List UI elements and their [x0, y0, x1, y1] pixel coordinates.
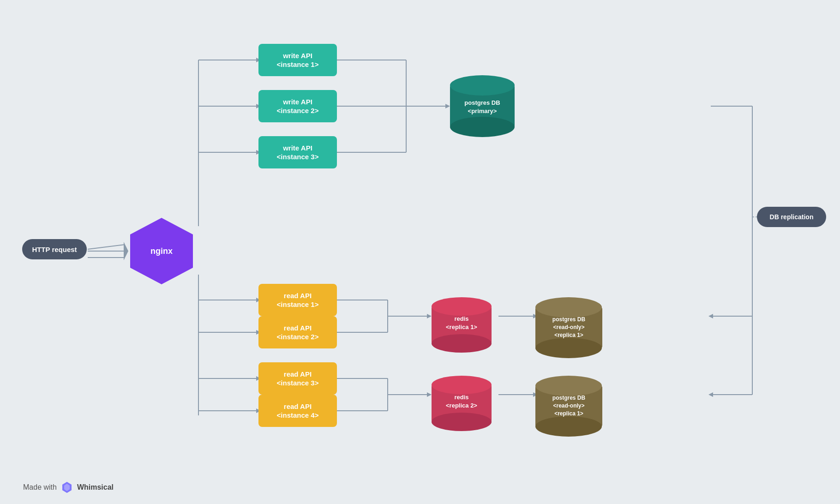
nginx-label: nginx [125, 246, 198, 256]
svg-point-59 [535, 297, 602, 318]
svg-point-62 [535, 376, 602, 396]
postgres-replica2-label: postgres DB<read-only><replica 1> [539, 394, 599, 417]
svg-point-63 [535, 416, 602, 437]
svg-point-56 [432, 376, 492, 394]
footer-brand: Whimsical [77, 483, 114, 492]
postgres-replica1-label: postgres DB<read-only><replica 1> [539, 316, 599, 339]
read-api-1-label: read API<instance 1> [277, 291, 319, 309]
db-replication-node: DB replication [757, 207, 826, 227]
postgres-primary-label: postgres DB<primary> [455, 99, 510, 115]
svg-marker-46 [708, 392, 713, 397]
redis-replica1-label: redis<replica 1> [436, 315, 487, 331]
http-request-node: HTTP request [22, 239, 87, 259]
read-api-2-label: read API<instance 2> [277, 324, 319, 342]
write-api-2-label: write API<instance 2> [277, 97, 319, 115]
write-api-3-label: write API<instance 3> [277, 144, 319, 162]
svg-point-50 [450, 75, 515, 96]
redis-replica2-node: redis<replica 2> [429, 374, 494, 436]
whimsical-logo-icon [60, 481, 73, 494]
postgres-primary-node: postgres DB<primary> [448, 72, 517, 143]
read-api-3-label: read API<instance 3> [277, 370, 319, 388]
write-api-2-node: write API<instance 2> [258, 90, 337, 122]
svg-point-53 [432, 297, 492, 316]
redis-replica2-label: redis<replica 2> [436, 393, 487, 410]
postgres-replica2-node: postgres DB<read-only><replica 1> [533, 374, 605, 440]
http-request-label: HTTP request [32, 246, 77, 253]
redis-replica1-node: redis<replica 1> [429, 295, 494, 357]
read-api-2-node: read API<instance 2> [258, 316, 337, 348]
svg-marker-44 [708, 314, 713, 318]
read-api-4-node: read API<instance 4> [258, 395, 337, 427]
footer-made-with: Made with [23, 483, 57, 492]
svg-line-0 [88, 245, 125, 249]
write-api-1-label: write API<instance 1> [277, 51, 319, 69]
db-replication-label: DB replication [770, 213, 814, 221]
svg-point-54 [432, 334, 492, 353]
nginx-node: nginx [125, 214, 198, 288]
write-api-1-node: write API<instance 1> [258, 44, 337, 76]
read-api-1-node: read API<instance 1> [258, 284, 337, 316]
footer: Made with Whimsical [23, 481, 114, 494]
svg-point-51 [450, 117, 515, 137]
read-api-3-node: read API<instance 3> [258, 362, 337, 395]
svg-point-60 [535, 338, 602, 358]
write-api-3-node: write API<instance 3> [258, 136, 337, 168]
read-api-4-label: read API<instance 4> [277, 402, 319, 420]
postgres-replica1-node: postgres DB<read-only><replica 1> [533, 295, 605, 362]
svg-point-57 [432, 413, 492, 431]
